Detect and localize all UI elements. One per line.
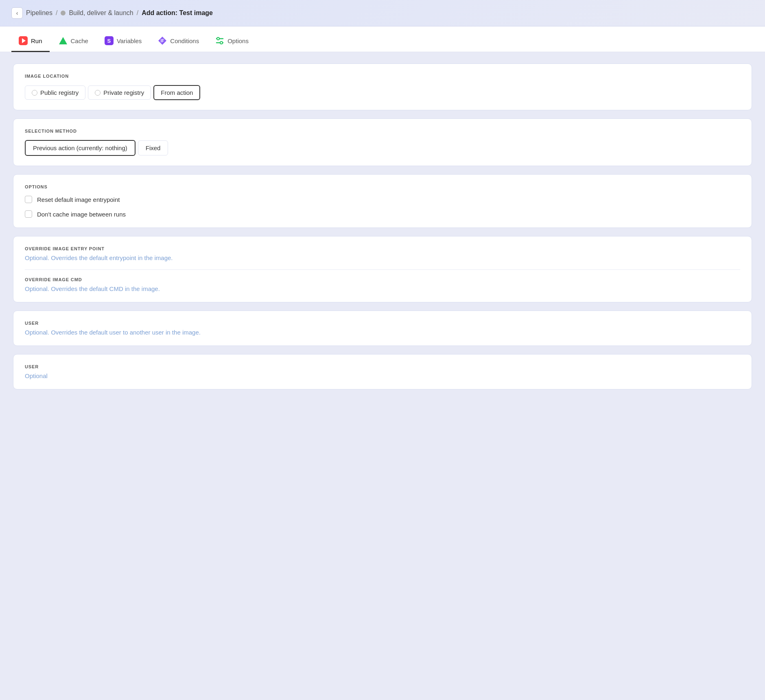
options-list: Reset default image entrypoint Don't cac…: [25, 196, 740, 218]
checkbox-reset-entrypoint[interactable]: [25, 196, 32, 203]
radio-private-label: Private registry: [103, 89, 144, 96]
tab-cache-label: Cache: [71, 37, 88, 44]
override-cmd-placeholder[interactable]: Optional. Overrides the default CMD in t…: [25, 285, 740, 292]
run-icon: [19, 36, 28, 45]
breadcrumb-current: Add action: Test image: [142, 9, 213, 17]
options-label: OPTIONS: [25, 184, 740, 189]
tab-run[interactable]: Run: [11, 32, 50, 52]
checkbox-no-cache[interactable]: [25, 210, 32, 218]
radio-public-label: Public registry: [40, 89, 79, 96]
user1-placeholder[interactable]: Optional. Overrides the default user to …: [25, 329, 740, 336]
svg-marker-0: [59, 37, 67, 44]
image-location-card: IMAGE LOCATION Public registry Private r…: [13, 63, 752, 110]
back-button[interactable]: ‹: [11, 7, 23, 19]
override-cmd-label: OVERRIDE IMAGE CMD: [25, 277, 740, 282]
selection-method-options: Previous action (currently: nothing) Fix…: [25, 140, 740, 156]
radio-dot-private: [95, 90, 101, 96]
override-cmd-section: OVERRIDE IMAGE CMD Optional. Overrides t…: [25, 277, 740, 292]
override-entry-label: OVERRIDE IMAGE ENTRY POINT: [25, 246, 740, 251]
tab-variables-label: Variables: [117, 37, 142, 44]
user1-label: USER: [25, 321, 740, 326]
tab-options-label: Options: [227, 37, 249, 44]
override-entry-placeholder[interactable]: Optional. Overrides the default entrypoi…: [25, 254, 740, 261]
conditions-icon: IF: [158, 36, 167, 45]
tabs-bar: Run Cache S Variables IF Conditions: [0, 26, 765, 52]
radio-from-action[interactable]: From action: [153, 85, 200, 100]
selection-method-label: SELECTION METHOD: [25, 129, 740, 133]
method-fixed[interactable]: Fixed: [138, 140, 168, 155]
svg-text:IF: IF: [161, 39, 164, 43]
user2-label: USER: [25, 364, 740, 369]
option-reset-entrypoint-label: Reset default image entrypoint: [37, 196, 120, 203]
radio-from-action-label: From action: [161, 89, 193, 96]
tab-conditions[interactable]: IF Conditions: [151, 32, 206, 52]
breadcrumb: Pipelines / Build, deliver & launch / Ad…: [26, 9, 213, 17]
variables-icon: S: [105, 36, 114, 45]
radio-private-registry[interactable]: Private registry: [88, 85, 151, 100]
breadcrumb-pipelines[interactable]: Pipelines: [26, 9, 52, 17]
header: ‹ Pipelines / Build, deliver & launch / …: [0, 0, 765, 26]
cache-icon: [59, 36, 68, 45]
breadcrumb-sep1: /: [56, 9, 57, 17]
user2-placeholder[interactable]: Optional: [25, 372, 740, 379]
breadcrumb-sep2: /: [137, 9, 138, 17]
tab-run-label: Run: [31, 37, 42, 44]
user-card-2: USER Optional: [13, 354, 752, 389]
method-previous-label: Previous action (currently: nothing): [33, 144, 127, 151]
svg-point-6: [220, 42, 223, 44]
override-entry-section: OVERRIDE IMAGE ENTRY POINT Optional. Ove…: [25, 246, 740, 261]
pipeline-status-dot: [61, 11, 66, 15]
selection-method-card: SELECTION METHOD Previous action (curren…: [13, 118, 752, 166]
image-location-options: Public registry Private registry From ac…: [25, 85, 740, 100]
breadcrumb-pipeline-name[interactable]: Build, deliver & launch: [69, 9, 133, 17]
tab-variables[interactable]: S Variables: [97, 32, 149, 52]
option-no-cache: Don't cache image between runs: [25, 210, 740, 218]
option-reset-entrypoint: Reset default image entrypoint: [25, 196, 740, 203]
tab-conditions-label: Conditions: [170, 37, 199, 44]
options-icon: [215, 36, 224, 45]
main-content: IMAGE LOCATION Public registry Private r…: [0, 52, 765, 401]
tab-options[interactable]: Options: [208, 32, 256, 52]
user-card-1: USER Optional. Overrides the default use…: [13, 311, 752, 346]
user2-section: USER Optional: [25, 364, 740, 379]
option-no-cache-label: Don't cache image between runs: [37, 211, 126, 218]
options-card: OPTIONS Reset default image entrypoint D…: [13, 174, 752, 228]
override-card: OVERRIDE IMAGE ENTRY POINT Optional. Ove…: [13, 236, 752, 302]
user1-section: USER Optional. Overrides the default use…: [25, 321, 740, 336]
radio-public-registry[interactable]: Public registry: [25, 85, 85, 100]
method-fixed-label: Fixed: [146, 144, 161, 151]
svg-point-4: [217, 37, 219, 40]
method-previous-action[interactable]: Previous action (currently: nothing): [25, 140, 136, 156]
radio-dot-public: [32, 90, 37, 96]
image-location-label: IMAGE LOCATION: [25, 74, 740, 79]
tab-cache[interactable]: Cache: [51, 32, 96, 52]
field-divider: [25, 269, 740, 270]
